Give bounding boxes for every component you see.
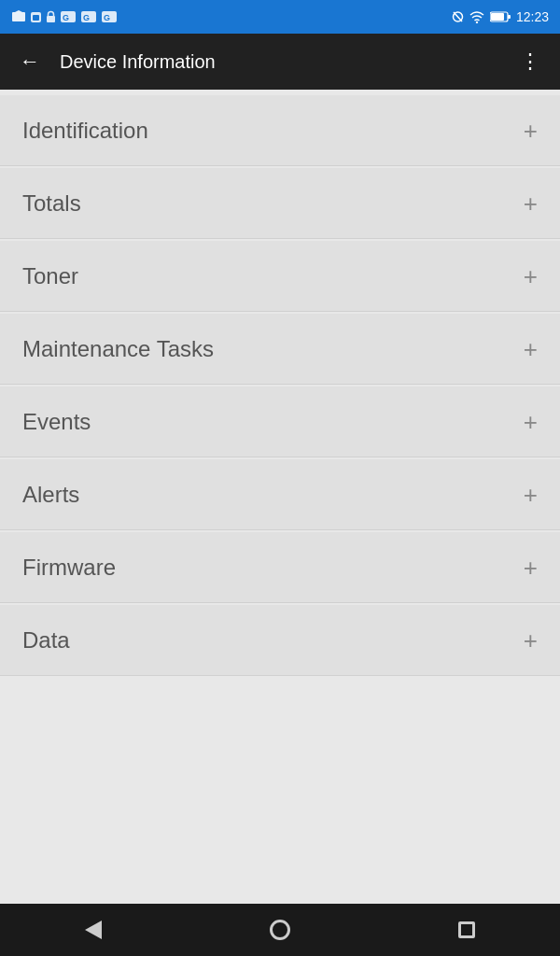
nav-bar <box>0 904 560 956</box>
notification-icon <box>11 10 26 23</box>
svg-rect-16 <box>491 13 504 21</box>
list-item-expand-icon-data: + <box>524 628 538 653</box>
app-bar: ← Device Information ⋮ <box>0 34 560 90</box>
status-bar-right: 12:23 <box>452 9 549 24</box>
list-item-firmware[interactable]: Firmware+ <box>0 532 560 603</box>
list-item-alerts[interactable]: Alerts+ <box>0 459 560 530</box>
nav-recents-square-icon <box>458 921 475 938</box>
gb-icon-3: G <box>101 10 118 23</box>
list-item-identification[interactable]: Identification+ <box>0 95 560 166</box>
list-item-expand-icon-alerts: + <box>524 483 538 507</box>
lock-icon <box>46 10 56 23</box>
list-item-expand-icon-toner: + <box>524 264 538 288</box>
list-item-expand-icon-events: + <box>524 410 538 434</box>
svg-text:G: G <box>83 13 90 22</box>
list-item-label-identification: Identification <box>22 118 148 144</box>
list-item-events[interactable]: Events+ <box>0 387 560 457</box>
svg-rect-15 <box>508 15 511 19</box>
mute-icon <box>452 10 464 23</box>
nav-home-circle-icon <box>270 920 290 940</box>
status-time: 12:23 <box>516 9 549 24</box>
app-bar-title: Device Information <box>60 51 500 73</box>
svg-marker-1 <box>15 10 22 12</box>
wifi-icon <box>469 10 484 23</box>
list-item-label-alerts: Alerts <box>22 482 79 508</box>
svg-rect-4 <box>47 16 55 22</box>
list-item-label-toner: Toner <box>22 263 78 289</box>
list-item-expand-icon-totals: + <box>524 191 538 216</box>
list-item-toner[interactable]: Toner+ <box>0 241 560 312</box>
nav-recents-button[interactable] <box>439 911 495 949</box>
list-item-label-firmware: Firmware <box>22 555 116 581</box>
more-options-button[interactable]: ⋮ <box>515 47 545 77</box>
list-item-expand-icon-identification: + <box>524 119 538 143</box>
list-item-totals[interactable]: Totals+ <box>0 168 560 239</box>
list-item-label-events: Events <box>22 409 91 435</box>
sim-icon <box>30 11 42 23</box>
svg-text:G: G <box>104 13 110 22</box>
list-item-label-data: Data <box>22 627 70 654</box>
list-item-expand-icon-maintenance-tasks: + <box>524 337 538 361</box>
battery-icon <box>490 11 511 22</box>
back-button[interactable]: ← <box>15 47 45 77</box>
svg-point-13 <box>476 21 478 23</box>
list-item-maintenance-tasks[interactable]: Maintenance Tasks+ <box>0 314 560 385</box>
content-list: Identification+Totals+Toner+Maintenance … <box>0 90 560 904</box>
nav-home-button[interactable] <box>252 911 308 949</box>
list-item-label-totals: Totals <box>22 190 81 217</box>
gb-icon-1: G <box>60 10 77 23</box>
gb-icon-2: G <box>80 10 97 23</box>
nav-back-button[interactable] <box>65 911 121 949</box>
status-bar-left: G G G <box>11 10 118 23</box>
svg-rect-3 <box>33 15 39 21</box>
list-item-label-maintenance-tasks: Maintenance Tasks <box>22 336 214 362</box>
svg-text:G: G <box>63 13 69 22</box>
list-item-expand-icon-firmware: + <box>524 555 538 580</box>
list-item-data[interactable]: Data+ <box>0 605 560 676</box>
status-bar: G G G 12:23 <box>0 0 560 34</box>
svg-rect-0 <box>12 12 25 21</box>
nav-back-arrow-icon <box>85 921 102 939</box>
